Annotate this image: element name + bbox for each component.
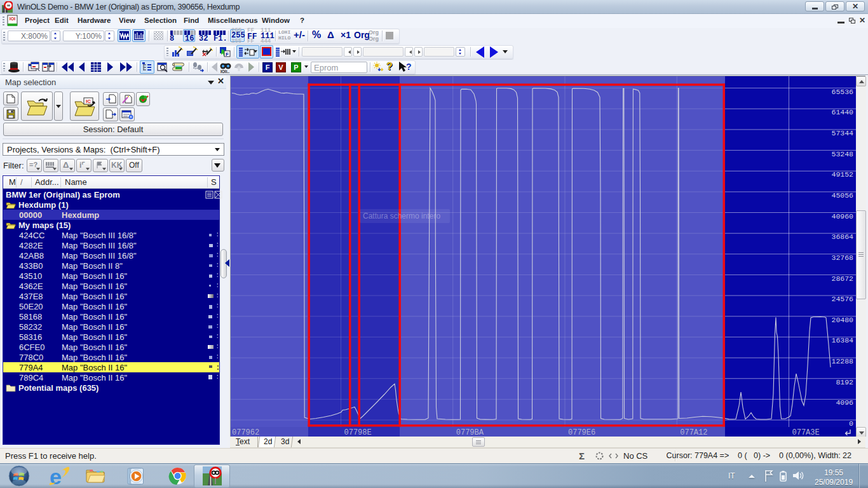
svg-text:?: ?	[406, 62, 412, 72]
svg-text:∞: ∞	[7, 3, 10, 8]
svg-text:F: F	[226, 51, 229, 57]
svg-text:IC: IC	[86, 98, 91, 104]
svg-text:IOIi..: IOIi..	[220, 69, 229, 74]
